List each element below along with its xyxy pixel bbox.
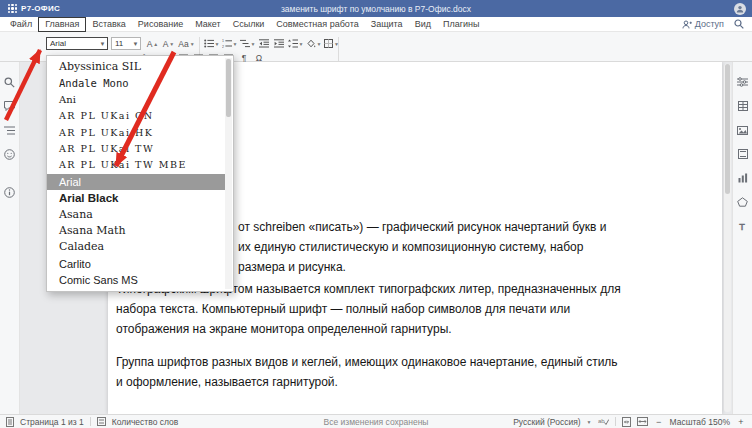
feedback-button[interactable]	[0, 142, 20, 166]
font-size-combo[interactable]: 11 ▼	[111, 37, 141, 50]
font-dropdown-list: Abyssinica SIL Andale Mono Ani AR PL UKa…	[46, 55, 234, 292]
tab-insert[interactable]: Вставка	[86, 18, 131, 31]
header-footer-settings-button[interactable]	[733, 142, 752, 166]
scrollbar-thumb[interactable]	[725, 64, 730, 194]
font-option-selected[interactable]: Arial	[47, 174, 225, 190]
zoom-in-button[interactable]: +	[736, 417, 746, 427]
doc-text-line: размера и рисунка.	[238, 260, 346, 274]
app-logo-label: Р7-ОФИС	[21, 4, 60, 13]
zoom-out-button[interactable]: −	[654, 417, 664, 427]
about-button[interactable]	[0, 180, 20, 204]
textart-settings-button[interactable]: T	[733, 214, 752, 238]
font-option[interactable]: AR PL UKai TW MBE	[47, 157, 233, 173]
settings-sliders-icon	[737, 77, 748, 87]
tab-references[interactable]: Ссылки	[227, 18, 271, 31]
table-settings-button[interactable]	[733, 94, 752, 118]
chevron-down-icon: ▼	[587, 419, 592, 425]
search-icon[interactable]	[734, 19, 744, 29]
font-name-combo[interactable]: Arial ▼	[46, 37, 108, 50]
doc-text-line: от schreiben «писать») — графический рис…	[238, 220, 607, 234]
tab-draw[interactable]: Рисование	[132, 18, 189, 31]
tab-plugins[interactable]: Плагины	[437, 18, 485, 31]
tab-home[interactable]: Главная	[38, 17, 86, 32]
person-plus-icon	[682, 20, 692, 29]
font-size-value: 11	[112, 39, 131, 48]
font-option[interactable]: AR PL UKai HK	[47, 125, 233, 141]
feedback-smile-icon	[4, 149, 15, 160]
page-indicator[interactable]: Страница 1 из 1	[20, 417, 84, 427]
right-panel-rail: T	[732, 62, 752, 414]
language-selector[interactable]: Русский (Россия)	[513, 417, 580, 427]
increase-font-button[interactable]: A▲	[145, 37, 160, 50]
image-settings-button[interactable]	[733, 118, 752, 142]
app-grid-icon	[8, 4, 17, 13]
font-option[interactable]: Andale Mono	[47, 75, 233, 91]
paragraph-shading-button[interactable]: ▼	[305, 37, 322, 50]
font-option[interactable]: Asana	[47, 207, 233, 223]
font-option[interactable]: AR PL UKai CN	[47, 108, 233, 124]
line-spacing-icon	[288, 39, 298, 48]
decrease-font-button[interactable]: A▼	[161, 37, 176, 50]
multilevel-list-button[interactable]: ▼	[239, 37, 256, 50]
comments-button[interactable]	[0, 94, 20, 118]
fit-width-icon[interactable]	[637, 417, 648, 426]
decrease-indent-button[interactable]	[257, 37, 271, 50]
paragraph-settings-button[interactable]	[733, 70, 752, 94]
user-avatar[interactable]	[734, 3, 746, 15]
font-option[interactable]: Abyssinica SIL	[47, 59, 233, 75]
tab-collaboration[interactable]: Совместная работа	[270, 18, 364, 31]
chevron-down-icon: ▼	[131, 41, 140, 47]
font-option[interactable]: Asana Math	[47, 223, 233, 239]
doc-text-line: их единую стилистическую и композиционну…	[238, 240, 583, 254]
chevron-down-icon: ▼	[98, 41, 107, 47]
chart-settings-button[interactable]	[733, 166, 752, 190]
tab-layout[interactable]: Макет	[189, 18, 226, 31]
dropdown-scrollbar[interactable]	[225, 58, 232, 289]
font-option[interactable]: AR PL UKai TW	[47, 141, 233, 157]
header-footer-icon	[738, 149, 748, 159]
numbered-list-button[interactable]: 12▼	[221, 37, 238, 50]
share-access-label: Доступ	[695, 19, 724, 29]
font-option[interactable]: Carlito	[47, 256, 233, 272]
bullet-list-button[interactable]: ▼	[203, 37, 220, 50]
word-count-button[interactable]: Количество слов	[112, 417, 179, 427]
spellcheck-icon[interactable]: ab	[598, 417, 609, 426]
status-bar: Страница 1 из 1 Количество слов Все изме…	[0, 414, 752, 428]
dropdown-scrollbar-thumb[interactable]	[226, 59, 231, 117]
person-icon	[736, 5, 744, 13]
change-case-button[interactable]: Aa▼	[177, 37, 196, 50]
doc-text-line: набора текста. Компьютерный шрифт — полн…	[116, 302, 570, 316]
share-access-button[interactable]: Доступ	[682, 19, 724, 29]
find-button[interactable]	[0, 70, 20, 94]
decrease-indent-icon	[259, 39, 269, 48]
app-logo[interactable]: Р7-ОФИС	[0, 4, 68, 13]
doc-text-line: отображения на экране монитора определен…	[116, 322, 452, 336]
svg-text:ab: ab	[598, 418, 605, 424]
increase-indent-icon	[274, 39, 284, 48]
doc-text-line: и оформление, называется гарнитурой.	[116, 375, 338, 389]
font-option[interactable]: Caladea	[47, 239, 233, 255]
zoom-level[interactable]: Масштаб 150%	[670, 417, 730, 427]
tab-view[interactable]: Вид	[409, 18, 437, 31]
search-icon	[4, 77, 15, 88]
info-icon	[4, 187, 15, 198]
vertical-scrollbar[interactable]	[724, 64, 731, 412]
font-name-value: Arial	[47, 39, 98, 48]
increase-indent-button[interactable]	[272, 37, 286, 50]
shape-settings-button[interactable]	[733, 190, 752, 214]
comment-bubble-icon	[4, 101, 15, 111]
font-option[interactable]: Ani	[47, 92, 233, 108]
statusbar-right: Русский (Россия) ▼ ab − Масштаб 150% +	[513, 417, 752, 427]
navigation-headings-button[interactable]	[0, 118, 20, 142]
font-option[interactable]: Comic Sans MS	[47, 272, 233, 288]
svg-text:T: T	[739, 222, 745, 231]
font-option[interactable]: Arial Black	[47, 190, 233, 206]
shading-bucket-icon	[306, 39, 316, 48]
line-spacing-button[interactable]: ▼	[287, 37, 304, 50]
fit-page-icon[interactable]	[622, 417, 631, 427]
bullet-list-icon	[204, 39, 214, 48]
chart-bars-icon	[738, 173, 748, 183]
table-icon	[738, 101, 748, 111]
tab-file[interactable]: Файл	[4, 18, 38, 31]
tab-protection[interactable]: Защита	[365, 18, 409, 31]
